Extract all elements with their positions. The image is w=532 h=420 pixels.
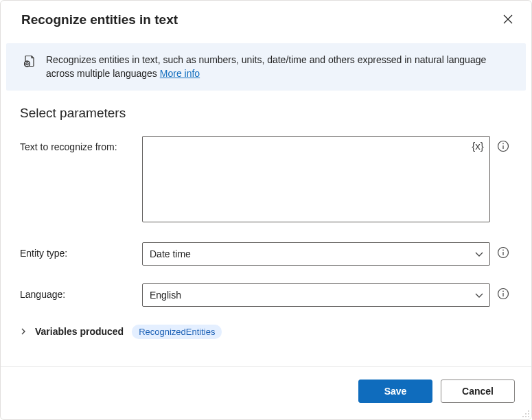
dialog-recognize-entities: Recognize entities in text Recognizes en…	[0, 0, 532, 420]
dialog-footer: Save Cancel	[1, 366, 531, 419]
action-entity-icon	[23, 54, 36, 68]
info-banner: Recognizes entities in text, such as num…	[6, 43, 526, 91]
text-to-recognize-input[interactable]	[142, 136, 490, 222]
info-icon[interactable]	[497, 288, 512, 300]
chevron-down-icon	[474, 249, 484, 259]
chevron-right-icon	[20, 328, 27, 335]
field-label: Text to recognize from:	[20, 136, 137, 152]
svg-point-12	[502, 290, 504, 292]
svg-point-16	[525, 413, 527, 415]
field-text-to-recognize: Text to recognize from: {x}	[20, 136, 512, 224]
svg-point-15	[528, 416, 529, 417]
field-label: Language:	[20, 283, 137, 300]
title-bar: Recognize entities in text	[1, 1, 531, 36]
dialog-title: Recognize entities in text	[21, 12, 178, 27]
svg-point-6	[502, 143, 504, 144]
save-button[interactable]: Save	[358, 380, 432, 403]
info-banner-text: Recognizes entities in text, such as num…	[46, 53, 509, 81]
cancel-button[interactable]: Cancel	[441, 380, 515, 403]
variable-token-icon: {x}	[472, 140, 484, 152]
section-heading: Select parameters	[20, 106, 512, 121]
more-info-link[interactable]: More info	[160, 68, 200, 79]
field-language: Language: English	[20, 283, 512, 307]
output-variable-pill[interactable]: RecognizedEntities	[132, 325, 222, 339]
language-value: English	[150, 290, 181, 301]
svg-point-18	[522, 416, 524, 417]
info-icon[interactable]	[497, 246, 512, 259]
field-entity-type: Entity type: Date time	[20, 242, 512, 266]
entity-type-select[interactable]: Date time	[142, 242, 490, 266]
resize-grip-icon	[522, 410, 530, 418]
variables-produced-label: Variables produced	[35, 326, 124, 337]
svg-point-17	[525, 416, 527, 417]
insert-variable-button[interactable]: {x}	[470, 139, 486, 154]
language-select[interactable]: English	[142, 283, 490, 307]
info-banner-description: Recognizes entities in text, such as num…	[46, 54, 486, 79]
chevron-down-icon	[474, 290, 484, 300]
close-icon	[503, 14, 513, 26]
info-icon[interactable]	[497, 140, 512, 152]
variables-produced-row[interactable]: Variables produced RecognizedEntities	[20, 325, 512, 339]
field-label: Entity type:	[20, 242, 137, 259]
svg-point-13	[528, 410, 529, 412]
svg-point-9	[502, 249, 504, 250]
svg-point-14	[528, 413, 529, 415]
parameters-area: Select parameters Text to recognize from…	[1, 91, 531, 366]
entity-type-value: Date time	[150, 248, 191, 259]
close-button[interactable]	[498, 10, 518, 30]
